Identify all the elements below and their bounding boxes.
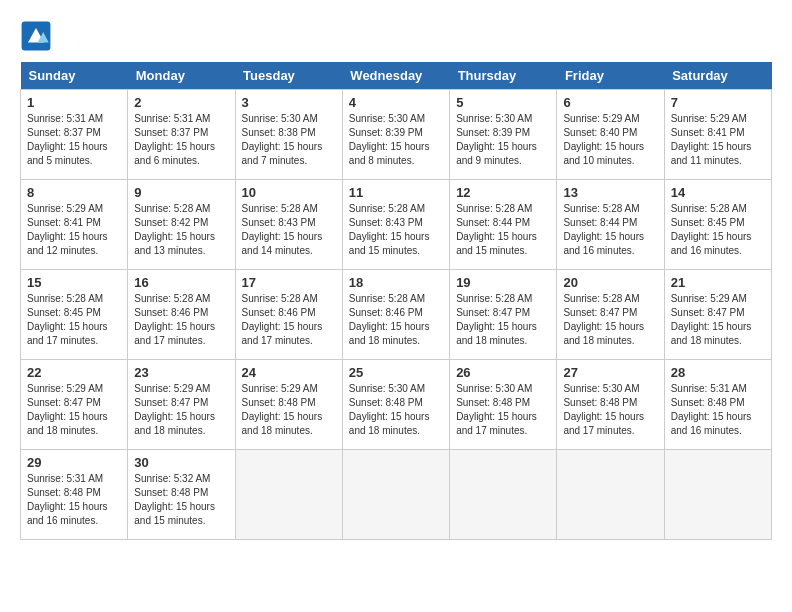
calendar-body: 1 Sunrise: 5:31 AM Sunset: 8:37 PM Dayli… [21,90,772,540]
day-number: 10 [242,185,336,200]
cell-content: Sunrise: 5:28 AM Sunset: 8:46 PM Dayligh… [242,292,336,348]
day-number: 28 [671,365,765,380]
calendar-cell: 21 Sunrise: 5:29 AM Sunset: 8:47 PM Dayl… [664,270,771,360]
calendar-cell: 19 Sunrise: 5:28 AM Sunset: 8:47 PM Dayl… [450,270,557,360]
header-friday: Friday [557,62,664,90]
cell-content: Sunrise: 5:28 AM Sunset: 8:44 PM Dayligh… [456,202,550,258]
calendar-cell: 8 Sunrise: 5:29 AM Sunset: 8:41 PM Dayli… [21,180,128,270]
calendar-cell: 7 Sunrise: 5:29 AM Sunset: 8:41 PM Dayli… [664,90,771,180]
calendar-cell: 18 Sunrise: 5:28 AM Sunset: 8:46 PM Dayl… [342,270,449,360]
cell-content: Sunrise: 5:28 AM Sunset: 8:47 PM Dayligh… [456,292,550,348]
cell-content: Sunrise: 5:29 AM Sunset: 8:47 PM Dayligh… [671,292,765,348]
header-tuesday: Tuesday [235,62,342,90]
calendar-cell: 24 Sunrise: 5:29 AM Sunset: 8:48 PM Dayl… [235,360,342,450]
day-number: 6 [563,95,657,110]
calendar-cell: 16 Sunrise: 5:28 AM Sunset: 8:46 PM Dayl… [128,270,235,360]
day-number: 4 [349,95,443,110]
cell-content: Sunrise: 5:29 AM Sunset: 8:47 PM Dayligh… [27,382,121,438]
calendar-cell: 11 Sunrise: 5:28 AM Sunset: 8:43 PM Dayl… [342,180,449,270]
day-number: 24 [242,365,336,380]
cell-content: Sunrise: 5:28 AM Sunset: 8:46 PM Dayligh… [349,292,443,348]
day-number: 2 [134,95,228,110]
cell-content: Sunrise: 5:28 AM Sunset: 8:47 PM Dayligh… [563,292,657,348]
calendar-cell: 9 Sunrise: 5:28 AM Sunset: 8:42 PM Dayli… [128,180,235,270]
calendar-cell: 10 Sunrise: 5:28 AM Sunset: 8:43 PM Dayl… [235,180,342,270]
cell-content: Sunrise: 5:29 AM Sunset: 8:48 PM Dayligh… [242,382,336,438]
cell-content: Sunrise: 5:29 AM Sunset: 8:41 PM Dayligh… [27,202,121,258]
day-number: 26 [456,365,550,380]
day-number: 27 [563,365,657,380]
cell-content: Sunrise: 5:31 AM Sunset: 8:48 PM Dayligh… [27,472,121,528]
cell-content: Sunrise: 5:30 AM Sunset: 8:38 PM Dayligh… [242,112,336,168]
calendar-table: SundayMondayTuesdayWednesdayThursdayFrid… [20,62,772,540]
week-row-4: 22 Sunrise: 5:29 AM Sunset: 8:47 PM Dayl… [21,360,772,450]
week-row-1: 1 Sunrise: 5:31 AM Sunset: 8:37 PM Dayli… [21,90,772,180]
day-number: 17 [242,275,336,290]
calendar-cell: 12 Sunrise: 5:28 AM Sunset: 8:44 PM Dayl… [450,180,557,270]
day-number: 23 [134,365,228,380]
cell-content: Sunrise: 5:28 AM Sunset: 8:43 PM Dayligh… [349,202,443,258]
calendar-cell: 25 Sunrise: 5:30 AM Sunset: 8:48 PM Dayl… [342,360,449,450]
calendar-cell: 14 Sunrise: 5:28 AM Sunset: 8:45 PM Dayl… [664,180,771,270]
cell-content: Sunrise: 5:29 AM Sunset: 8:47 PM Dayligh… [134,382,228,438]
day-number: 20 [563,275,657,290]
cell-content: Sunrise: 5:31 AM Sunset: 8:48 PM Dayligh… [671,382,765,438]
day-number: 16 [134,275,228,290]
calendar-cell [235,450,342,540]
calendar-cell: 1 Sunrise: 5:31 AM Sunset: 8:37 PM Dayli… [21,90,128,180]
day-number: 21 [671,275,765,290]
header-thursday: Thursday [450,62,557,90]
day-number: 12 [456,185,550,200]
week-row-5: 29 Sunrise: 5:31 AM Sunset: 8:48 PM Dayl… [21,450,772,540]
calendar-cell: 3 Sunrise: 5:30 AM Sunset: 8:38 PM Dayli… [235,90,342,180]
cell-content: Sunrise: 5:30 AM Sunset: 8:39 PM Dayligh… [456,112,550,168]
cell-content: Sunrise: 5:28 AM Sunset: 8:42 PM Dayligh… [134,202,228,258]
day-number: 11 [349,185,443,200]
calendar-cell: 27 Sunrise: 5:30 AM Sunset: 8:48 PM Dayl… [557,360,664,450]
logo-icon [20,20,52,52]
calendar-cell: 23 Sunrise: 5:29 AM Sunset: 8:47 PM Dayl… [128,360,235,450]
cell-content: Sunrise: 5:32 AM Sunset: 8:48 PM Dayligh… [134,472,228,528]
calendar-cell: 30 Sunrise: 5:32 AM Sunset: 8:48 PM Dayl… [128,450,235,540]
cell-content: Sunrise: 5:31 AM Sunset: 8:37 PM Dayligh… [27,112,121,168]
calendar-cell: 22 Sunrise: 5:29 AM Sunset: 8:47 PM Dayl… [21,360,128,450]
day-number: 7 [671,95,765,110]
calendar-cell: 26 Sunrise: 5:30 AM Sunset: 8:48 PM Dayl… [450,360,557,450]
calendar-cell: 15 Sunrise: 5:28 AM Sunset: 8:45 PM Dayl… [21,270,128,360]
calendar-cell: 29 Sunrise: 5:31 AM Sunset: 8:48 PM Dayl… [21,450,128,540]
day-number: 5 [456,95,550,110]
day-number: 25 [349,365,443,380]
day-number: 1 [27,95,121,110]
cell-content: Sunrise: 5:28 AM Sunset: 8:44 PM Dayligh… [563,202,657,258]
header-monday: Monday [128,62,235,90]
calendar-cell: 6 Sunrise: 5:29 AM Sunset: 8:40 PM Dayli… [557,90,664,180]
calendar-cell [342,450,449,540]
calendar-cell: 28 Sunrise: 5:31 AM Sunset: 8:48 PM Dayl… [664,360,771,450]
calendar-cell: 2 Sunrise: 5:31 AM Sunset: 8:37 PM Dayli… [128,90,235,180]
calendar-cell: 17 Sunrise: 5:28 AM Sunset: 8:46 PM Dayl… [235,270,342,360]
day-number: 8 [27,185,121,200]
cell-content: Sunrise: 5:30 AM Sunset: 8:39 PM Dayligh… [349,112,443,168]
cell-content: Sunrise: 5:30 AM Sunset: 8:48 PM Dayligh… [563,382,657,438]
calendar-cell: 5 Sunrise: 5:30 AM Sunset: 8:39 PM Dayli… [450,90,557,180]
day-number: 30 [134,455,228,470]
cell-content: Sunrise: 5:28 AM Sunset: 8:45 PM Dayligh… [27,292,121,348]
calendar-cell [557,450,664,540]
week-row-3: 15 Sunrise: 5:28 AM Sunset: 8:45 PM Dayl… [21,270,772,360]
week-row-2: 8 Sunrise: 5:29 AM Sunset: 8:41 PM Dayli… [21,180,772,270]
day-number: 9 [134,185,228,200]
cell-content: Sunrise: 5:29 AM Sunset: 8:41 PM Dayligh… [671,112,765,168]
cell-content: Sunrise: 5:28 AM Sunset: 8:43 PM Dayligh… [242,202,336,258]
day-number: 29 [27,455,121,470]
calendar-cell [450,450,557,540]
day-number: 14 [671,185,765,200]
day-number: 15 [27,275,121,290]
cell-content: Sunrise: 5:28 AM Sunset: 8:45 PM Dayligh… [671,202,765,258]
calendar-cell: 13 Sunrise: 5:28 AM Sunset: 8:44 PM Dayl… [557,180,664,270]
cell-content: Sunrise: 5:31 AM Sunset: 8:37 PM Dayligh… [134,112,228,168]
day-number: 3 [242,95,336,110]
cell-content: Sunrise: 5:28 AM Sunset: 8:46 PM Dayligh… [134,292,228,348]
calendar-header-row: SundayMondayTuesdayWednesdayThursdayFrid… [21,62,772,90]
day-number: 19 [456,275,550,290]
calendar-cell [664,450,771,540]
